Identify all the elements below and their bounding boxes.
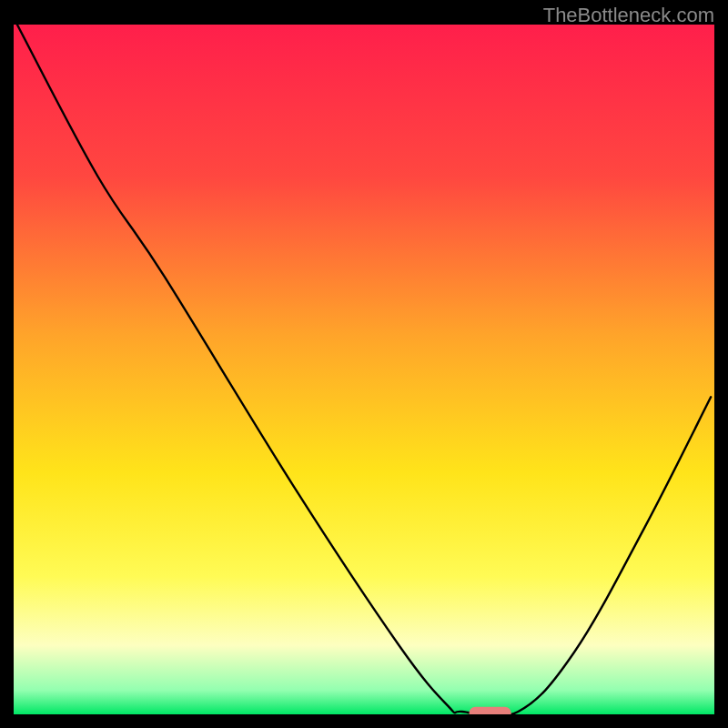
chart-background bbox=[14, 25, 714, 714]
chart-frame bbox=[14, 25, 714, 714]
bottleneck-chart bbox=[14, 25, 714, 714]
optimal-marker bbox=[470, 707, 511, 714]
